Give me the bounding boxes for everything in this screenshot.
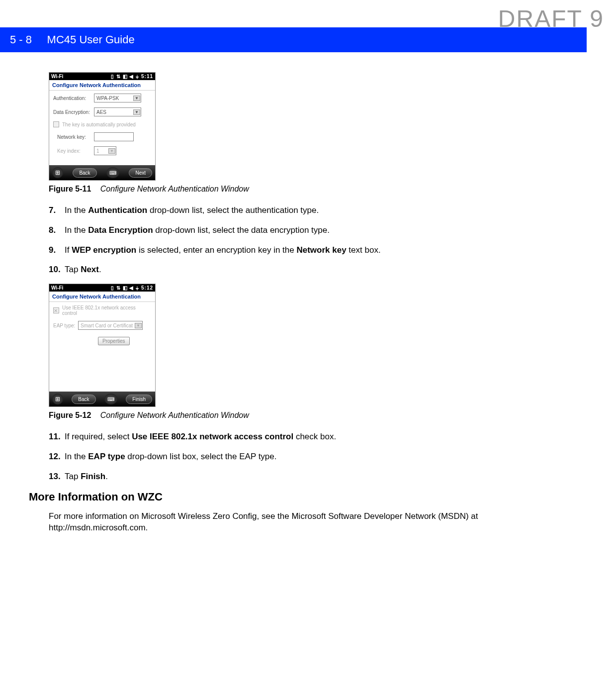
ieee-checkbox[interactable]: ✕	[53, 307, 59, 313]
figure-5-12-caption: Figure 5-12 Configure Network Authentica…	[49, 411, 537, 420]
step-number: 13.	[49, 471, 65, 483]
device-statusbar: Wi-Fi ▯ ⇅ ◧ ◀ ⏚ 5:11	[49, 73, 155, 80]
chevron-down-icon: ▼	[133, 109, 140, 115]
encryption-value: AES	[96, 109, 106, 115]
step-8: 8. In the Data Encryption drop-down list…	[49, 224, 537, 236]
device-softkeybar: ⊞ Back ⌨ Finish	[49, 392, 155, 406]
section-heading-wzc: More Information on WZC	[29, 491, 537, 503]
authentication-label: Authentication:	[53, 96, 94, 101]
steps-list-b: 11. If required, select Use IEEE 802.1x …	[49, 431, 537, 482]
networkkey-input[interactable]	[94, 132, 134, 141]
keyboard-icon[interactable]: ⌨	[106, 167, 119, 178]
keyboard-icon[interactable]: ⌨	[104, 394, 117, 404]
finish-button[interactable]: Finish	[126, 395, 152, 404]
step-number: 10.	[49, 264, 65, 276]
autokey-checkbox[interactable]	[53, 121, 59, 127]
windows-start-icon[interactable]: ⊞	[52, 167, 63, 178]
keyindex-dropdown[interactable]: 1▼	[94, 146, 116, 155]
step-number: 12.	[49, 451, 65, 463]
figure-number: Figure 5-12	[49, 411, 91, 419]
figure-5-12-screenshot: Wi-Fi ▯ ⇅ ◧ ◀ ⏚ 5:12 Configure Network A…	[49, 284, 156, 407]
chevron-down-icon: ▼	[108, 148, 115, 154]
dialog-title: Configure Network Authentication	[49, 292, 155, 302]
doc-title: MC45 User Guide	[47, 33, 135, 46]
step-9: 9. If WEP encryption is selected, enter …	[49, 244, 537, 256]
step-text: Tap Finish.	[65, 471, 108, 483]
step-12: 12. In the EAP type drop-down list box, …	[49, 451, 537, 463]
properties-button[interactable]: Properties	[98, 337, 130, 345]
figure-title: Configure Network Authentication Window	[100, 411, 249, 419]
step-text: If WEP encryption is selected, enter an …	[65, 244, 381, 256]
back-button[interactable]: Back	[73, 168, 96, 178]
step-text: If required, select Use IEEE 802.1x netw…	[65, 431, 336, 443]
figure-5-11-screenshot: Wi-Fi ▯ ⇅ ◧ ◀ ⏚ 5:11 Configure Network A…	[49, 72, 156, 181]
encryption-dropdown[interactable]: AES▼	[94, 107, 141, 116]
authentication-dropdown[interactable]: WPA-PSK▼	[94, 94, 141, 102]
eaptype-dropdown[interactable]: Smart Card or Certificat▼	[78, 321, 143, 330]
body-paragraph: For more information on Microsoft Wirele…	[49, 510, 537, 534]
step-number: 7.	[49, 204, 65, 216]
chevron-down-icon: ▼	[133, 96, 140, 101]
status-icons: ▯ ⇅ ◧ ◀ ⏚ 5:12	[111, 285, 153, 291]
step-11: 11. If required, select Use IEEE 802.1x …	[49, 431, 537, 443]
clock: 5:11	[141, 74, 153, 79]
step-text: In the EAP type drop-down list box, sele…	[65, 451, 277, 463]
eaptype-value: Smart Card or Certificat	[81, 323, 133, 328]
figure-number: Figure 5-11	[49, 185, 91, 193]
eaptype-label: EAP type:	[53, 323, 78, 328]
status-icons: ▯ ⇅ ◧ ◀ ⏚ 5:11	[111, 74, 153, 79]
step-number: 9.	[49, 244, 65, 256]
windows-start-icon[interactable]: ⊞	[52, 394, 63, 404]
device-softkeybar: ⊞ Back ⌨ Next	[49, 165, 155, 180]
step-text: In the Authentication drop-down list, se…	[65, 204, 319, 216]
draft-watermark: DRAFT 9	[498, 5, 604, 32]
app-name: Wi-Fi	[51, 74, 63, 79]
step-7: 7. In the Authentication drop-down list,…	[49, 204, 537, 216]
step-13: 13. Tap Finish.	[49, 471, 537, 483]
dialog-body: ✕ Use IEEE 802.1x network access control…	[49, 302, 155, 392]
step-number: 8.	[49, 224, 65, 236]
autokey-label: The key is automatically provided	[62, 122, 136, 127]
app-name: Wi-Fi	[51, 285, 63, 291]
step-10: 10. Tap Next.	[49, 264, 537, 276]
figure-5-11-caption: Figure 5-11 Configure Network Authentica…	[49, 185, 537, 194]
authentication-value: WPA-PSK	[96, 96, 119, 101]
page-content: Wi-Fi ▯ ⇅ ◧ ◀ ⏚ 5:11 Configure Network A…	[0, 52, 537, 554]
ieee-label: Use IEEE 802.1x network access control	[62, 305, 151, 316]
clock: 5:12	[141, 285, 153, 291]
keyindex-label: Key index:	[57, 148, 94, 154]
steps-list-a: 7. In the Authentication drop-down list,…	[49, 204, 537, 276]
device-statusbar: Wi-Fi ▯ ⇅ ◧ ◀ ⏚ 5:12	[49, 284, 155, 292]
step-text: Tap Next.	[65, 264, 101, 276]
networkkey-label: Network key:	[57, 134, 94, 140]
chevron-down-icon: ▼	[135, 323, 142, 328]
keyindex-value: 1	[96, 148, 99, 154]
page-number: 5 - 8	[10, 33, 32, 46]
encryption-label: Data Encryption:	[53, 109, 94, 115]
next-button[interactable]: Next	[129, 168, 152, 178]
dialog-body: Authentication: WPA-PSK▼ Data Encryption…	[49, 91, 155, 165]
back-button[interactable]: Back	[72, 395, 95, 404]
figure-title: Configure Network Authentication Window	[100, 185, 249, 193]
dialog-title: Configure Network Authentication	[49, 80, 155, 91]
step-text: In the Data Encryption drop-down list, s…	[65, 224, 330, 236]
step-number: 11.	[49, 431, 65, 443]
